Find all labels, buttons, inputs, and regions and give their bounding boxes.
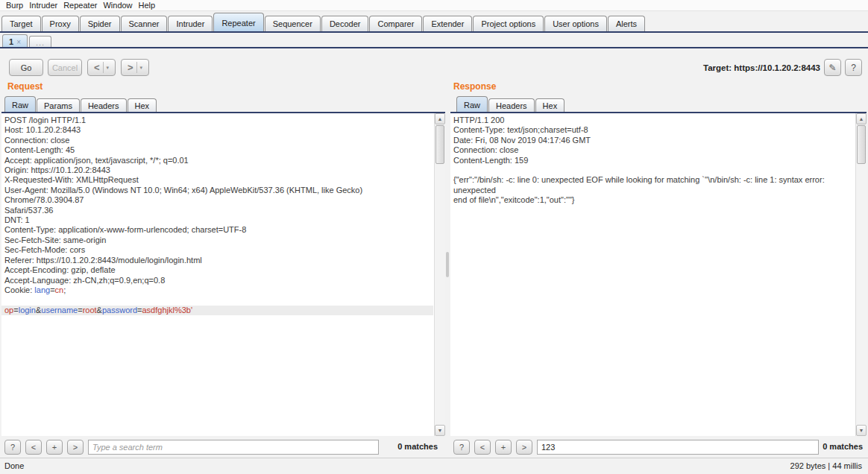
editor-line: User-Agent: Mozilla/5.0 (Windows NT 10.0…	[1, 186, 433, 206]
request-search-help-button[interactable]: ?	[4, 440, 21, 455]
close-icon[interactable]: ×	[16, 38, 21, 46]
prev-request-button[interactable]: < ▾	[87, 59, 116, 76]
scroll-down-icon[interactable]: ▼	[856, 425, 867, 436]
request-scrollbar[interactable]: ▲ ▼	[434, 113, 445, 436]
editor-line: Content-Type: application/x-www-form-url…	[1, 225, 433, 235]
editor-line	[450, 165, 855, 175]
cancel-button[interactable]: Cancel	[48, 59, 82, 76]
editor-line: end of file\n","exitcode":1,"out":""}	[450, 195, 855, 205]
main-tab-spider[interactable]: Spider	[80, 16, 120, 31]
request-search-options-button[interactable]: +	[46, 440, 63, 455]
response-title: Response	[453, 81, 496, 92]
request-editor[interactable]: POST /login HTTP/1.1Host: 10.1.20.2:8443…	[1, 113, 445, 436]
response-search-help-button[interactable]: ?	[453, 440, 470, 455]
editor-line: Connection: close	[450, 145, 855, 155]
request-search-input[interactable]	[88, 440, 379, 455]
request-tab-hex[interactable]: Hex	[128, 98, 157, 112]
chevron-right-icon: >	[125, 62, 136, 73]
scroll-down-icon[interactable]: ▼	[435, 425, 445, 436]
editor-line: Content-Length: 159	[450, 156, 855, 165]
main-tab-target[interactable]: Target	[1, 16, 41, 31]
editor-line	[1, 295, 433, 305]
repeater-tab-divider	[0, 47, 868, 48]
repeater-tab-1[interactable]: 1×	[2, 34, 28, 48]
request-tab-params[interactable]: Params	[37, 98, 80, 112]
main-tab-extender[interactable]: Extender	[423, 16, 472, 31]
panel-splitter-handle[interactable]	[446, 252, 449, 277]
request-title: Request	[7, 81, 43, 92]
menu-item-help[interactable]: Help	[136, 0, 159, 10]
editor-line: HTTP/1.1 200	[450, 116, 855, 125]
response-editor-tabs: RawHeadersHex	[456, 96, 565, 112]
response-tab-headers[interactable]: Headers	[488, 98, 535, 112]
main-tab-scanner[interactable]: Scanner	[121, 16, 168, 31]
editor-line: Host: 10.1.20.2:8443	[1, 125, 433, 135]
editor-line: Accept-Encoding: gzip, deflate	[1, 265, 433, 275]
editor-line: Referer: https://10.1.20.2:8443/module/l…	[1, 256, 433, 265]
go-button[interactable]: Go	[9, 59, 43, 76]
editor-line: X-Requested-With: XMLHttpRequest	[1, 175, 433, 185]
editor-line: Connection: close	[1, 136, 433, 145]
response-tab-hex[interactable]: Hex	[535, 98, 565, 112]
editor-line: Date: Fri, 08 Nov 2019 04:17:46 GMT	[450, 136, 855, 145]
menu-item-window[interactable]: Window	[100, 0, 135, 10]
request-tab-raw[interactable]: Raw	[4, 96, 36, 112]
scrollbar-thumb[interactable]	[857, 125, 866, 164]
main-tab-alerts[interactable]: Alerts	[608, 16, 645, 31]
response-tab-raw[interactable]: Raw	[456, 96, 488, 112]
main-tab-user-options[interactable]: User options	[544, 16, 607, 31]
next-request-button[interactable]: > ▾	[121, 59, 149, 76]
question-icon: ?	[851, 63, 856, 73]
response-metrics: 292 bytes | 44 millis	[790, 461, 862, 470]
chevron-down-icon[interactable]: ▾	[137, 65, 146, 71]
chevron-down-icon[interactable]: ▾	[104, 65, 113, 71]
editor-line: DNT: 1	[1, 215, 433, 225]
main-tab-proxy[interactable]: Proxy	[42, 16, 79, 31]
scrollbar-thumb[interactable]	[435, 125, 444, 164]
response-editor[interactable]: HTTP/1.1 200Content-Type: text/json;char…	[450, 113, 867, 436]
main-tab-repeater[interactable]: Repeater	[213, 13, 263, 31]
editor-line: Accept-Language: zh-CN,zh;q=0.9,en;q=0.8	[1, 276, 433, 285]
repeater-tab--[interactable]: ...	[29, 36, 51, 48]
target-label: Target: https://10.1.20.2:8443	[703, 63, 820, 72]
scroll-up-icon[interactable]: ▲	[435, 113, 445, 124]
editor-line: POST /login HTTP/1.1	[1, 116, 433, 125]
main-tab-bar: TargetProxySpiderScannerIntruderRepeater…	[1, 12, 868, 31]
repeater-tab-bar: 1×...	[2, 34, 53, 48]
status-text: Done	[4, 461, 24, 470]
help-button[interactable]: ?	[845, 59, 862, 76]
menu-item-burp[interactable]: Burp	[3, 0, 26, 10]
main-tab-comparer[interactable]: Comparer	[369, 16, 422, 31]
response-scrollbar[interactable]: ▲ ▼	[855, 113, 867, 436]
editor-line: Origin: https://10.1.20.2:8443	[1, 165, 433, 175]
response-search-options-button[interactable]: +	[495, 440, 512, 455]
response-match-count: 0 matches	[817, 442, 863, 451]
chevron-left-icon: <	[91, 62, 103, 73]
repeater-tab-label: 1	[9, 37, 13, 46]
editor-line: {"err":"/bin/sh: -c: line 0: unexpected …	[450, 175, 855, 195]
editor-line: op=login&username=root&password=asdfghjk…	[1, 306, 433, 315]
request-search-next-button[interactable]: >	[67, 440, 84, 455]
request-search-prev-button[interactable]: <	[25, 440, 42, 455]
scroll-up-icon[interactable]: ▲	[856, 113, 867, 124]
main-tab-sequencer[interactable]: Sequencer	[265, 16, 321, 31]
request-tab-headers[interactable]: Headers	[81, 98, 127, 112]
response-search-prev-button[interactable]: <	[474, 440, 491, 455]
target-url: https://10.1.20.2:8443	[734, 63, 820, 72]
main-tab-decoder[interactable]: Decoder	[321, 16, 369, 31]
editor-line: Cookie: lang=cn;	[1, 285, 433, 295]
target-zone: Target: https://10.1.20.2:8443 ✎ ?	[703, 59, 862, 76]
edit-target-button[interactable]: ✎	[824, 59, 841, 76]
menu-item-repeater[interactable]: Repeater	[60, 0, 100, 10]
menu-item-intruder[interactable]: Intruder	[26, 0, 60, 10]
editor-line: Content-Length: 45	[1, 145, 433, 155]
main-tab-divider	[0, 31, 868, 33]
response-search-input[interactable]	[537, 440, 819, 455]
pencil-icon: ✎	[828, 63, 836, 73]
response-search-next-button[interactable]: >	[516, 440, 532, 455]
main-tab-intruder[interactable]: Intruder	[168, 16, 213, 31]
main-tab-project-options[interactable]: Project options	[473, 16, 544, 31]
editor-line: Sec-Fetch-Mode: cors	[1, 245, 433, 255]
status-bar: Done 292 bytes | 44 millis	[0, 458, 868, 474]
repeater-tab-label: ...	[36, 38, 45, 47]
